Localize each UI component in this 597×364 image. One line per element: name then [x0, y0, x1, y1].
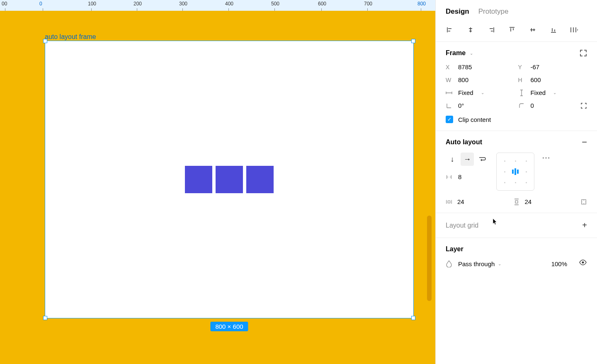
vertical-scrollbar[interactable]	[427, 216, 432, 301]
angle-icon	[446, 102, 452, 109]
ruler-mark: 600	[318, 1, 326, 7]
panel-tabs: Design Prototype	[436, 0, 597, 22]
frame-name-label[interactable]: auto layout frame	[45, 33, 96, 41]
vertical-padding-field[interactable]: 24	[513, 198, 578, 205]
corner-radius-field[interactable]: 0	[518, 102, 534, 109]
autolayout-settings-button[interactable]: ⋯	[542, 153, 551, 163]
direction-wrap-button[interactable]	[476, 153, 489, 166]
horizontal-ruler: 000100200300400500600700800	[0, 0, 435, 11]
layout-grid-title: Layout grid	[446, 222, 478, 229]
x-position-field[interactable]: X8785	[446, 63, 515, 70]
autolayout-title: Auto layout	[446, 138, 482, 146]
resize-handle-bl[interactable]	[43, 316, 47, 320]
selection-dimensions-badge: 800 × 600	[210, 322, 248, 331]
layout-grid-section: Layout grid +	[436, 213, 597, 238]
layer-section-title: Layer	[446, 245, 464, 253]
chevron-down-icon: ⌄	[470, 51, 473, 56]
remove-autolayout-button[interactable]: −	[582, 140, 587, 145]
resize-handle-br[interactable]	[411, 316, 415, 320]
add-layout-grid-button[interactable]: +	[582, 221, 587, 230]
resize-to-fit-icon[interactable]	[580, 49, 587, 57]
child-rect-1[interactable]	[185, 166, 212, 193]
child-rect-2[interactable]	[216, 166, 243, 193]
blend-mode-dropdown[interactable]: Pass through⌄	[458, 260, 501, 267]
tidy-up-button[interactable]	[570, 26, 578, 34]
ruler-mark: 500	[271, 1, 279, 7]
alignment-grid[interactable]	[496, 153, 534, 191]
gap-field[interactable]: 8	[446, 173, 489, 180]
svg-point-2	[582, 262, 584, 264]
ruler-mark: 100	[88, 1, 96, 7]
ruler-mark: 400	[225, 1, 233, 7]
canvas-area[interactable]: 000100200300400500600700800 auto layout …	[0, 0, 435, 364]
ruler-mark: 700	[364, 1, 372, 7]
horizontal-arrows-icon	[446, 90, 452, 96]
svg-rect-1	[515, 201, 518, 203]
vertical-resize-dropdown[interactable]: Fixed⌄	[518, 89, 587, 96]
clip-content-label: Clip content	[458, 116, 491, 123]
ruler-mark: 00	[2, 1, 7, 7]
align-vcenter-button[interactable]	[529, 26, 537, 34]
tab-prototype[interactable]: Prototype	[478, 7, 509, 16]
align-bottom-button[interactable]	[549, 26, 558, 34]
frame-section-title[interactable]: Frame	[446, 49, 466, 57]
align-left-button[interactable]	[446, 26, 454, 34]
design-panel: Design Prototype Frame ⌄ X8785 Y-67 W800…	[435, 0, 597, 364]
vertical-padding-icon	[513, 199, 520, 205]
y-position-field[interactable]: Y-67	[518, 63, 587, 70]
ruler-mark: 800	[417, 1, 426, 7]
child-rect-3[interactable]	[246, 166, 274, 193]
corner-radius-icon	[518, 102, 525, 109]
svg-rect-0	[448, 201, 450, 203]
alignment-toolbar	[436, 22, 597, 42]
resize-handle-tr[interactable]	[411, 39, 415, 43]
independent-padding-button[interactable]	[580, 199, 587, 205]
horizontal-padding-field[interactable]: 24	[446, 198, 510, 205]
resize-handle-tl[interactable]	[43, 39, 47, 43]
vertical-arrows-icon	[518, 90, 525, 96]
selected-frame[interactable]: 800 × 600	[45, 41, 414, 318]
width-field[interactable]: W800	[446, 76, 515, 83]
direction-horizontal-button[interactable]: →	[461, 153, 474, 166]
align-top-button[interactable]	[508, 26, 516, 34]
ruler-mark: 300	[179, 1, 187, 7]
ruler-mark: 0	[39, 1, 42, 7]
frame-content	[185, 166, 274, 193]
align-right-button[interactable]	[487, 26, 495, 34]
layer-section: Layer Pass through⌄ 100%	[436, 238, 597, 275]
align-hcenter-button[interactable]	[466, 26, 475, 34]
horizontal-resize-dropdown[interactable]: Fixed⌄	[446, 89, 515, 96]
height-field[interactable]: H600	[518, 76, 587, 83]
direction-vertical-button[interactable]: ↓	[446, 153, 459, 166]
frame-section: Frame ⌄ X8785 Y-67 W800 H600 Fixed⌄ Fixe…	[436, 42, 597, 131]
rotation-field[interactable]: 0°	[446, 102, 515, 109]
clip-content-checkbox[interactable]: ✓	[446, 116, 453, 123]
independent-corners-button[interactable]	[580, 102, 587, 109]
alignment-center-center[interactable]	[510, 166, 521, 177]
blend-mode-icon	[446, 260, 452, 267]
visibility-toggle[interactable]	[579, 260, 587, 268]
opacity-field[interactable]: 100%	[551, 260, 567, 267]
horizontal-padding-icon	[446, 199, 452, 205]
tab-design[interactable]: Design	[446, 7, 469, 16]
gap-icon	[446, 174, 452, 180]
ruler-mark: 200	[133, 1, 142, 7]
autolayout-section: Auto layout − ↓ → 8	[436, 131, 597, 213]
